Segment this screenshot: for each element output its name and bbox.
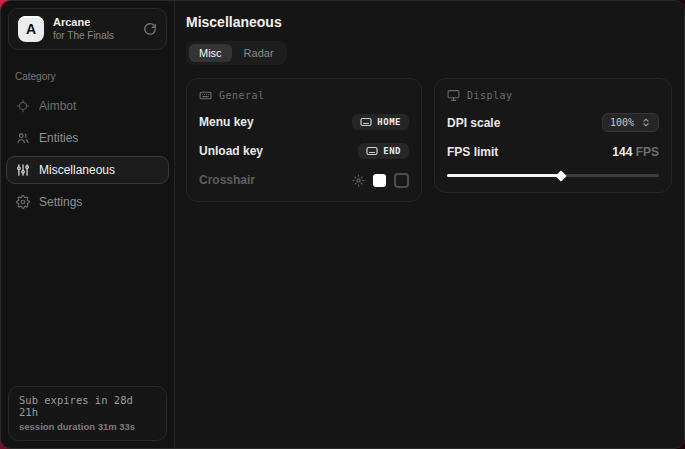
fps-limit-row: FPS limit 144 FPS: [447, 143, 659, 161]
entities-icon: [16, 131, 30, 145]
display-panel-title: Display: [467, 90, 513, 101]
fps-limit-value: 144 FPS: [612, 145, 659, 159]
brand-subtitle: for The Finals: [53, 30, 134, 43]
category-nav: Aimbot Entities Miscellaneous: [1, 92, 174, 216]
dpi-scale-value: 100%: [610, 117, 634, 128]
app-logo: A: [18, 16, 44, 42]
dpi-scale-label: DPI scale: [447, 116, 500, 130]
sidebar-item-label: Aimbot: [39, 99, 76, 113]
slider-fill: [447, 174, 561, 177]
fps-unit: FPS: [636, 145, 659, 159]
brand-text: Arcane for The Finals: [53, 16, 134, 42]
monitor-icon: [447, 89, 460, 102]
page-title: Miscellaneous: [186, 14, 672, 30]
display-panel: Display DPI scale 100% FPS limit: [434, 78, 672, 193]
sliders-icon: [16, 163, 30, 177]
category-label: Category: [15, 71, 160, 82]
fps-limit-label: FPS limit: [447, 145, 498, 159]
sidebar-item-label: Entities: [39, 131, 78, 145]
sidebar: A Arcane for The Finals Category Aimbot: [1, 1, 175, 448]
unload-key-bind-button[interactable]: END: [358, 143, 409, 159]
sidebar-item-entities[interactable]: Entities: [6, 124, 169, 152]
sidebar-item-settings[interactable]: Settings: [6, 188, 169, 216]
unload-key-row: Unload key END: [199, 142, 409, 160]
crosshair-row: Crosshair: [199, 171, 409, 189]
general-panel-header: General: [199, 89, 409, 102]
menu-key-label: Menu key: [199, 115, 254, 129]
brand-card: A Arcane for The Finals: [8, 8, 167, 50]
menu-key-row: Menu key HOME: [199, 113, 409, 131]
tab-radar[interactable]: Radar: [234, 44, 284, 62]
tab-bar: Misc Radar: [186, 41, 287, 65]
app-window: A Arcane for The Finals Category Aimbot: [0, 0, 685, 449]
crosshair-settings-gear-icon[interactable]: [352, 174, 365, 187]
fps-limit-slider[interactable]: [447, 170, 659, 180]
sidebar-item-miscellaneous[interactable]: Miscellaneous: [6, 156, 169, 184]
slider-thumb[interactable]: [556, 170, 567, 181]
crosshair-checkbox[interactable]: [394, 173, 409, 188]
sidebar-item-aimbot[interactable]: Aimbot: [6, 92, 169, 120]
fps-number: 144: [612, 145, 632, 159]
sidebar-item-label: Settings: [39, 195, 82, 209]
crosshair-color-swatch[interactable]: [373, 174, 386, 187]
keyboard-icon: [366, 146, 378, 156]
gear-icon: [16, 195, 30, 209]
general-panel-title: General: [219, 90, 265, 101]
panels-grid: General Menu key HOME Unload key: [186, 78, 672, 202]
dpi-scale-row: DPI scale 100%: [447, 113, 659, 132]
menu-key-bind-button[interactable]: HOME: [352, 114, 409, 130]
dpi-scale-select[interactable]: 100%: [602, 113, 659, 132]
display-panel-header: Display: [447, 89, 659, 102]
brand-name: Arcane: [53, 16, 134, 30]
loader-icon[interactable]: [143, 22, 157, 36]
keyboard-icon: [360, 117, 372, 127]
crosshair-controls: [352, 173, 409, 188]
unload-key-value: END: [383, 146, 401, 156]
crosshair-icon: [16, 99, 30, 113]
sub-expires-text: Sub expires in 28d 21h: [19, 394, 156, 418]
subscription-status-card: Sub expires in 28d 21h session duration …: [8, 386, 167, 441]
session-duration-text: session duration 31m 33s: [19, 421, 156, 432]
general-panel: General Menu key HOME Unload key: [186, 78, 422, 202]
keyboard-icon: [199, 89, 212, 102]
tab-misc[interactable]: Misc: [189, 44, 232, 62]
main-content: Miscellaneous Misc Radar General Menu ke…: [175, 1, 685, 448]
unload-key-label: Unload key: [199, 144, 263, 158]
sidebar-item-label: Miscellaneous: [39, 163, 115, 177]
unfold-icon: [641, 117, 651, 128]
crosshair-label: Crosshair: [199, 173, 255, 187]
menu-key-value: HOME: [377, 117, 401, 127]
